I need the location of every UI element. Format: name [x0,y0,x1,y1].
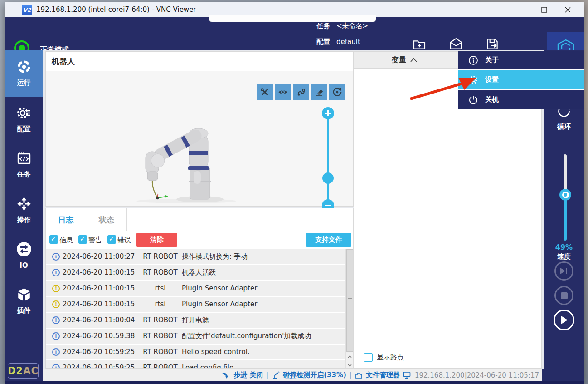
filter-warning-checkbox[interactable] [78,235,87,244]
device-badge: D2AC [8,363,39,379]
log-source: rtsi [132,284,189,292]
menu-item-about[interactable]: 关于 [458,51,584,70]
sidebar-item-operate[interactable]: 操作 [5,187,43,233]
log-message: 配置文件'default.configuration'加载成功 [182,332,311,340]
sidebar-item-io[interactable]: IO [5,233,43,278]
log-source: RT ROBOT [132,268,189,276]
filter-warning-label: 警告 [88,236,102,245]
log-source: RT ROBOT [132,348,189,356]
table-row[interactable]: i 2024-06-20 11:00:04 RT ROBOT 打开电源 [46,313,345,329]
view-reset-button[interactable] [329,84,345,100]
sidebar-item-plugin[interactable]: 插件 [5,278,43,324]
play-button[interactable] [554,310,574,330]
vnc-toolbar-tab[interactable] [209,15,376,22]
step-forward-button[interactable] [554,261,573,281]
collapse-chevron-icon [410,58,417,62]
scrollbar-thumb[interactable] [346,249,353,352]
plugin-cube-icon [17,287,31,302]
io-arrows-icon [16,241,32,257]
zoom-slider-line [327,117,329,202]
menu-item-settings[interactable]: 设置 [458,70,584,90]
move-arrows-icon [17,197,31,211]
sidebar-item-config[interactable]: 配置 [5,97,43,142]
sidebar-item-label: 插件 [17,306,31,315]
close-button[interactable] [556,2,579,17]
desktop-background: V2 192.168.1.200 (intel-corei7-64:0) - V… [0,0,588,384]
speed-slider-handle[interactable] [559,189,571,201]
reset-view-icon [332,87,343,98]
view-visibility-button[interactable] [275,84,291,100]
speed-slider-fill[interactable] [564,195,567,241]
stop-button[interactable] [554,286,573,305]
sidebar-item-label: 运行 [17,79,31,87]
step-mode-status[interactable]: 步进 关闭 [233,371,263,379]
table-row[interactable]: ! 2024-06-20 11:00:15 rtsi Plugin Sensor… [46,281,345,297]
path-waypoints-icon [296,87,306,97]
show-waypoints-checkbox[interactable] [364,353,373,362]
log-time: 2024-06-20 11:00:04 [63,316,135,324]
tab-status[interactable]: 状态 [87,208,127,231]
tab-log[interactable]: 日志 [46,208,86,231]
log-time: 2024-06-20 11:00:15 [63,268,135,276]
robot-3d-view[interactable] [45,71,354,207]
speed-percent: 49% [544,243,584,251]
info-icon: i [52,253,60,261]
table-row[interactable]: i 2024-06-20 11:00:27 RT ROBOT 操作模式切换为: … [46,249,345,265]
config-gear-icon [17,106,31,120]
view-path-button[interactable] [293,84,309,100]
menu-item-shutdown[interactable]: 关机 [458,90,584,109]
zoom-slider-handle[interactable] [322,172,334,184]
open-envelope-icon [449,37,463,51]
log-panel: 日志 状态 信息 警告 错误 清除 支持文件 i 2024-06-20 11:0… [45,208,354,369]
log-time: 2024-06-20 11:00:15 [63,284,135,292]
file-manager-link[interactable]: 文件管理器 [366,371,400,379]
status-bar: 步进 关闭 | 碰撞检测开启(33%) | 文件管理器 192.168.1.20… [43,369,542,381]
tools-icon [260,87,270,97]
variables-title: 变量 [392,55,406,65]
log-source: RT ROBOT [132,252,189,261]
play-icon [560,315,568,325]
info-icon: i [52,348,60,356]
menu-item-label: 设置 [485,75,499,84]
table-row[interactable]: ! 2024-06-20 11:00:15 rtsi Plugin Sensor… [46,297,345,313]
scroll-up-button[interactable] [346,352,354,361]
support-file-button[interactable]: 支持文件 [306,233,351,247]
table-row[interactable]: i 2024-06-20 10:59:25 RT ROBOT Hello spe… [46,345,345,360]
log-source: rtsi [132,300,189,308]
zoom-control [319,107,337,212]
log-time: 2024-06-20 11:00:15 [63,300,135,308]
filter-info-checkbox[interactable] [49,235,58,244]
vnc-window: V2 192.168.1.200 (intel-corei7-64:0) - V… [5,2,584,384]
address-time: 192.168.1.200|2024-06-20 11:05:17 [415,371,539,379]
sidebar-item-run[interactable]: 运行 [5,50,43,97]
table-row[interactable]: i 2024-06-20 10:59:38 RT ROBOT 配置文件'defa… [46,329,345,345]
speed-label: 速度 [544,252,584,261]
sidebar-item-label: IO [19,261,28,270]
minimize-icon [518,7,524,13]
sidebar-nav: 运行 配置 任务 操作 [5,50,43,382]
log-table: i 2024-06-20 11:00:27 RT ROBOT 操作模式切换为: … [46,249,345,369]
table-row[interactable]: i 2024-06-20 11:00:15 RT ROBOT 机器人活跃 [46,265,345,281]
log-message: 打开电源 [182,316,209,325]
zoom-in-button[interactable] [322,107,334,119]
scroll-down-button[interactable] [346,361,354,369]
log-source: RT ROBOT [132,332,189,340]
view-erase-button[interactable] [311,84,327,100]
table-row[interactable]: i 2024-06-20 10:59:25 RT ROBOT Load conf… [46,360,345,369]
loop-label: 循环 [557,123,571,131]
config-row: 配置 default [316,38,360,46]
log-message: Hello speed control. [182,348,250,356]
filter-error-checkbox[interactable] [107,235,116,244]
collision-status[interactable]: 碰撞检测开启(33%) [283,371,346,379]
eye-icon [277,87,288,98]
sidebar-item-task[interactable]: 任务 [5,142,43,187]
run-target-icon [17,59,31,74]
clear-log-button[interactable]: 清除 [136,233,177,247]
app-dropdown-menu: 关于 设置 关机 [458,51,584,109]
view-tools-button[interactable] [257,84,273,100]
separator: | [350,371,352,379]
log-scrollbar[interactable] [345,249,353,369]
maximize-button[interactable] [532,2,556,17]
minimize-button[interactable] [509,2,532,17]
menu-item-label: 关于 [485,56,499,64]
